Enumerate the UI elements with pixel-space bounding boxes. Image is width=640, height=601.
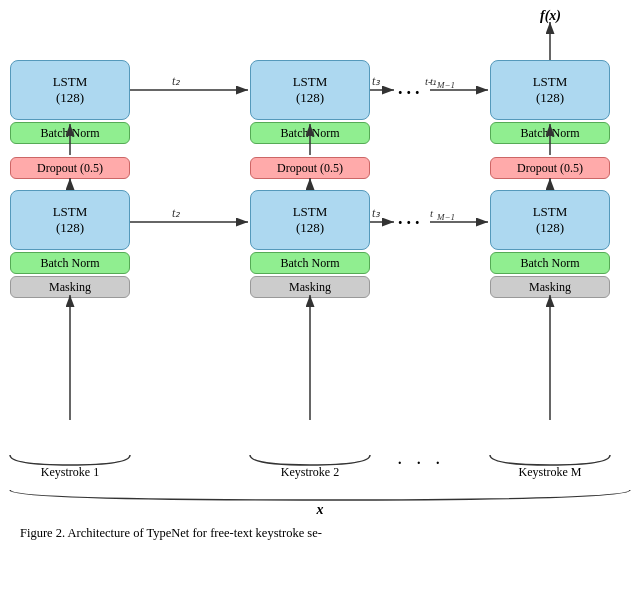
dots-lower: ··· [398,213,424,234]
keystrokeM-label: Keystroke M [490,465,610,480]
col3-masking: Masking [490,276,610,298]
col1-dropout-block: Dropout (0.5) [10,157,130,179]
svg-text:M−1: M−1 [436,80,455,90]
col1-upper-unit: LSTM (128) Batch Norm [10,60,130,144]
col3-lower-bn: Batch Norm [490,252,610,274]
keystroke1-label: Keystroke 1 [10,465,130,480]
col3-dropout-block: Dropout (0.5) [490,157,610,179]
col3-lower-unit: LSTM (128) Batch Norm Masking [490,190,610,298]
col1-dropout: Dropout (0.5) [10,155,130,179]
col2-dropout: Dropout (0.5) [250,155,370,179]
keystroke2-label: Keystroke 2 [250,465,370,480]
col1-upper-lstm: LSTM (128) [10,60,130,120]
col1-lower-bn: Batch Norm [10,252,130,274]
svg-text:t₂: t₂ [172,74,181,88]
diagram: f(x) LSTM (128) Batch Norm Dropout (0.5)… [0,0,640,520]
svg-text:M−1: M−1 [436,212,455,222]
col2-dropout-block: Dropout (0.5) [250,157,370,179]
col3-upper-bn: Batch Norm [490,122,610,144]
svg-text:t: t [430,75,434,87]
col3-upper-unit: LSTM (128) Batch Norm [490,60,610,144]
svg-text:t₂: t₂ [172,206,181,220]
svg-text:t₃: t₃ [372,206,381,220]
col3-dropout: Dropout (0.5) [490,155,610,179]
col3-lower-lstm: LSTM (128) [490,190,610,250]
col3-upper-lstm: LSTM (128) [490,60,610,120]
x-label: x [290,502,350,518]
dots-keystroke: · · · [398,456,446,472]
col2-upper-lstm: LSTM (128) [250,60,370,120]
col1-lower-unit: LSTM (128) Batch Norm Masking [10,190,130,298]
dots-upper: ··· [398,83,424,104]
svg-text:t: t [430,207,434,219]
col2-lower-lstm: LSTM (128) [250,190,370,250]
col2-lower-bn: Batch Norm [250,252,370,274]
col1-masking: Masking [10,276,130,298]
caption: Figure 2. Architecture of TypeNet for fr… [0,520,640,551]
col2-upper-unit: LSTM (128) Batch Norm [250,60,370,144]
col2-upper-bn: Batch Norm [250,122,370,144]
col2-lower-unit: LSTM (128) Batch Norm Masking [250,190,370,298]
col1-lower-lstm: LSTM (128) [10,190,130,250]
svg-text:t-₁: t-₁ [425,75,436,87]
svg-text:t₃: t₃ [372,74,381,88]
col2-masking: Masking [250,276,370,298]
fx-label: f(x) [540,8,561,24]
col1-upper-bn: Batch Norm [10,122,130,144]
